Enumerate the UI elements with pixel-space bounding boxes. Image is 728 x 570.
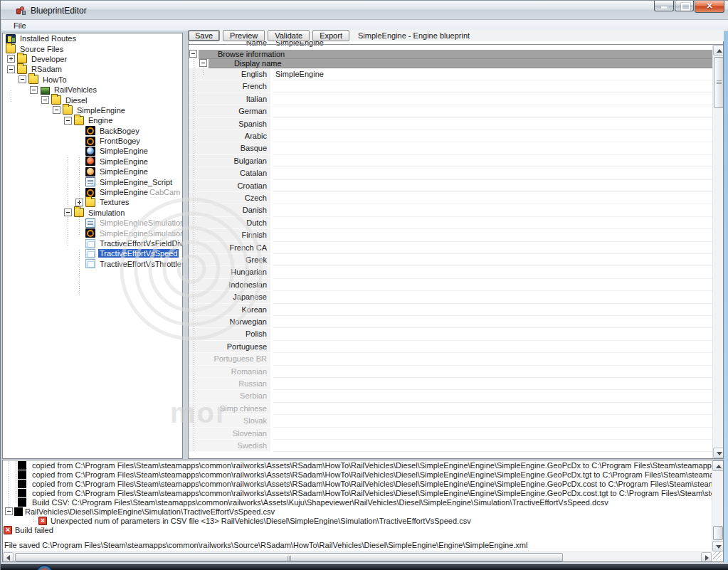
toolbar-button-export[interactable]: Export xyxy=(312,30,349,41)
maximize-button-icon[interactable] xyxy=(675,1,694,11)
log-horizontal-scrollbar[interactable] xyxy=(3,551,712,561)
language-value-field[interactable] xyxy=(273,304,713,316)
language-value-field[interactable] xyxy=(273,366,713,378)
tree-item-simpleengine[interactable]: SimpleEngine xyxy=(3,146,182,156)
language-value-field[interactable] xyxy=(273,229,713,241)
tree-item-simpleenginesimulation[interactable]: SimpleEngineSimulation xyxy=(3,218,182,228)
collapse-icon[interactable] xyxy=(64,117,72,125)
collapse-icon[interactable] xyxy=(199,59,207,67)
grid-row-french[interactable]: French xyxy=(189,80,713,93)
tree-item-textures[interactable]: Textures xyxy=(3,197,182,207)
language-value-field[interactable] xyxy=(273,105,713,117)
grid-name-value[interactable]: SimpleEngine xyxy=(273,41,713,49)
grid-row-romanian[interactable]: Romanian xyxy=(189,366,713,378)
tree-item-howto[interactable]: HowTo xyxy=(3,75,182,85)
scroll-up-arrow-icon[interactable] xyxy=(712,460,724,471)
tree-item-installed routes[interactable]: Installed Routes xyxy=(3,33,182,43)
expand-icon[interactable] xyxy=(7,55,15,63)
language-value-field[interactable] xyxy=(273,130,713,142)
grid-row-slovenian[interactable]: Slovenian xyxy=(189,428,713,440)
grid-row-danish[interactable]: Danish xyxy=(189,204,713,216)
collapse-icon[interactable] xyxy=(41,96,49,104)
language-value-field[interactable] xyxy=(273,341,713,353)
language-value-field[interactable] xyxy=(273,118,713,130)
tree-item-simpleengine[interactable]: SimpleEngine xyxy=(3,157,182,167)
grid-row-italian[interactable]: Italian xyxy=(189,93,713,105)
toolbar-button-save[interactable]: Save xyxy=(188,30,220,41)
tree-item-diesel[interactable]: Diesel xyxy=(3,95,182,105)
language-value-field[interactable] xyxy=(273,254,713,266)
log-scrollbar-thumb[interactable] xyxy=(713,526,723,540)
grid-row-german[interactable]: German xyxy=(189,105,713,117)
grid-row-russian[interactable]: Russian xyxy=(189,378,713,390)
language-value-field[interactable] xyxy=(273,242,713,254)
menu-file[interactable]: File xyxy=(9,21,31,31)
log-line[interactable]: copied from C:\Program Files\Steam\steam… xyxy=(3,480,712,489)
grid-row-indonesian[interactable]: Indonesian xyxy=(189,279,713,291)
scroll-left-arrow-icon[interactable] xyxy=(3,552,14,562)
grid-row-croatian[interactable]: Croatian xyxy=(189,180,713,192)
language-value-field[interactable] xyxy=(273,291,713,303)
grid-row-arabic[interactable]: Arabic xyxy=(189,130,713,142)
scroll-up-arrow-icon[interactable] xyxy=(713,45,724,56)
grid-row-czech[interactable]: Czech xyxy=(189,192,713,204)
grid-row-catalan[interactable]: Catalan xyxy=(189,167,713,179)
tree-item-simpleengine[interactable]: SimpleEngine xyxy=(3,105,182,115)
resize-grip-icon[interactable] xyxy=(713,551,722,560)
close-button-icon[interactable] xyxy=(695,1,724,13)
grid-category-display-name[interactable]: Display name xyxy=(189,59,723,68)
language-value-field[interactable] xyxy=(273,167,713,179)
collapse-icon[interactable] xyxy=(53,106,60,114)
grid-row-french-ca[interactable]: French CA xyxy=(189,242,713,254)
tree-item-simpleengine[interactable]: SimpleEngine xyxy=(3,167,182,176)
grid-row-japanese[interactable]: Japanese xyxy=(189,291,713,303)
log-line[interactable]: copied from C:\Program Files\Steam\steam… xyxy=(3,470,712,480)
grid-scrollbar-thumb[interactable] xyxy=(714,57,724,108)
grid-category-browse-information[interactable]: Browse information xyxy=(189,50,723,59)
language-value-field[interactable] xyxy=(273,316,713,328)
language-value-field[interactable] xyxy=(273,217,713,229)
tree-item-simpleenginecabcam[interactable]: SimpleEngineCabCam xyxy=(3,187,182,197)
language-value-field[interactable] xyxy=(273,80,713,93)
tree-item-tractiveeffortvsthrottle[interactable]: TractiveEffortVsThrottle xyxy=(3,259,182,269)
scroll-down-arrow-icon[interactable] xyxy=(712,541,724,551)
log-line[interactable]: Build CSV: C:\Program Files\Steam\steama… xyxy=(3,498,712,507)
log-vertical-scrollbar[interactable] xyxy=(712,460,723,551)
collapse-icon[interactable] xyxy=(19,75,26,83)
grid-row-greek[interactable]: Greek xyxy=(189,254,713,266)
language-value-field[interactable] xyxy=(273,353,713,365)
grid-row-norwegian[interactable]: Norwegian xyxy=(189,316,713,328)
language-value-field[interactable] xyxy=(273,155,713,167)
grid-row-korean[interactable]: Korean xyxy=(189,304,713,316)
grid-row-simp-chinese[interactable]: Simp chinese xyxy=(189,403,713,415)
language-value-field[interactable] xyxy=(273,415,713,427)
tree-item-simpleenginesimulation[interactable]: SimpleEngineSimulation xyxy=(3,228,182,238)
log-line[interactable]: Build failed xyxy=(3,526,712,535)
grid-row-basque[interactable]: Basque xyxy=(189,142,713,154)
title-bar[interactable]: BlueprintEditor xyxy=(1,0,728,20)
language-value-field[interactable] xyxy=(273,204,713,216)
tree-item-source files[interactable]: Source Files xyxy=(3,43,182,53)
collapse-icon[interactable] xyxy=(30,86,38,94)
grid-row-slovak[interactable]: Slovak xyxy=(189,415,713,427)
language-value-field[interactable] xyxy=(273,279,713,291)
log-line[interactable]: copied from C:\Program Files\Steam\steam… xyxy=(3,489,712,498)
tree-item-frontbogey[interactable]: FrontBogey xyxy=(3,136,182,146)
grid-row-portuguese[interactable]: Portuguese xyxy=(189,341,713,353)
grid-row-dutch[interactable]: Dutch xyxy=(189,217,713,229)
language-value-field[interactable] xyxy=(273,440,713,452)
scroll-down-arrow-icon[interactable] xyxy=(713,448,724,458)
language-value-field[interactable] xyxy=(273,266,713,278)
grid-vertical-scrollbar[interactable] xyxy=(712,45,724,458)
grid-row-hungarian[interactable]: Hungarian xyxy=(189,266,713,278)
language-value-field[interactable] xyxy=(273,180,713,192)
grid-row-english[interactable]: EnglishSimpleEngine xyxy=(189,68,713,80)
minimize-button-icon[interactable] xyxy=(654,1,674,11)
language-value-field[interactable]: SimpleEngine xyxy=(273,68,713,80)
grid-row-portuguese-br[interactable]: Portuguese BR xyxy=(189,353,713,365)
log-line[interactable]: Unexpected num of parameters in CSV file… xyxy=(3,517,712,526)
grid-row-spanish[interactable]: Spanish xyxy=(189,118,713,130)
log-hscrollbar-thumb[interactable] xyxy=(15,553,563,561)
collapse-icon[interactable] xyxy=(189,50,197,58)
toolbar-button-validate[interactable]: Validate xyxy=(268,30,310,41)
